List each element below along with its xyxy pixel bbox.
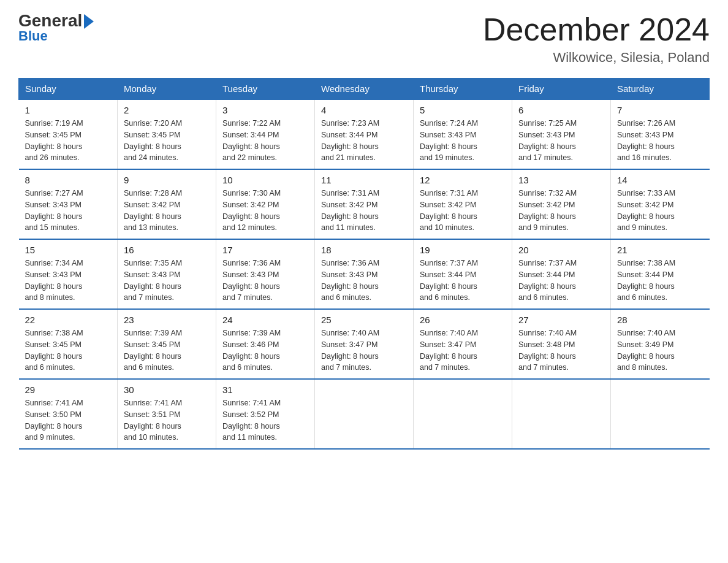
day-info: Sunrise: 7:23 AMSunset: 3:44 PMDaylight:…	[321, 118, 407, 164]
day-number: 11	[321, 175, 407, 185]
day-number: 28	[617, 315, 703, 325]
day-number: 26	[420, 315, 506, 325]
calendar-cell	[611, 379, 710, 449]
day-info: Sunrise: 7:24 AMSunset: 3:43 PMDaylight:…	[420, 118, 506, 164]
day-number: 10	[222, 175, 308, 185]
day-number: 25	[321, 315, 407, 325]
day-info: Sunrise: 7:35 AMSunset: 3:43 PMDaylight:…	[124, 258, 210, 304]
calendar-cell	[414, 379, 512, 449]
day-number: 23	[124, 315, 210, 325]
col-thursday: Thursday	[414, 79, 512, 100]
calendar-cell: 13Sunrise: 7:32 AMSunset: 3:42 PMDayligh…	[512, 169, 611, 239]
calendar-cell: 25Sunrise: 7:40 AMSunset: 3:47 PMDayligh…	[315, 309, 414, 379]
calendar-header-row: Sunday Monday Tuesday Wednesday Thursday…	[19, 79, 710, 100]
day-number: 13	[518, 175, 604, 185]
calendar-week-row: 15Sunrise: 7:34 AMSunset: 3:43 PMDayligh…	[19, 239, 710, 309]
day-info: Sunrise: 7:38 AMSunset: 3:45 PMDaylight:…	[25, 327, 112, 373]
day-info: Sunrise: 7:40 AMSunset: 3:47 PMDaylight:…	[420, 327, 506, 373]
calendar-cell: 30Sunrise: 7:41 AMSunset: 3:51 PMDayligh…	[118, 379, 216, 449]
calendar-cell: 23Sunrise: 7:39 AMSunset: 3:45 PMDayligh…	[118, 309, 216, 379]
day-info: Sunrise: 7:36 AMSunset: 3:43 PMDaylight:…	[222, 258, 308, 304]
calendar-cell: 20Sunrise: 7:37 AMSunset: 3:44 PMDayligh…	[512, 239, 611, 309]
day-info: Sunrise: 7:19 AMSunset: 3:45 PMDaylight:…	[25, 118, 112, 164]
day-info: Sunrise: 7:28 AMSunset: 3:42 PMDaylight:…	[124, 188, 210, 234]
day-info: Sunrise: 7:34 AMSunset: 3:43 PMDaylight:…	[25, 258, 112, 304]
calendar-cell: 7Sunrise: 7:26 AMSunset: 3:43 PMDaylight…	[611, 99, 710, 169]
day-number: 6	[518, 105, 604, 115]
day-number: 4	[321, 105, 407, 115]
calendar-cell: 14Sunrise: 7:33 AMSunset: 3:42 PMDayligh…	[611, 169, 710, 239]
col-saturday: Saturday	[611, 79, 710, 100]
day-info: Sunrise: 7:39 AMSunset: 3:46 PMDaylight:…	[222, 327, 308, 373]
calendar-cell: 29Sunrise: 7:41 AMSunset: 3:50 PMDayligh…	[19, 379, 118, 449]
calendar-cell: 22Sunrise: 7:38 AMSunset: 3:45 PMDayligh…	[19, 309, 118, 379]
calendar-cell	[512, 379, 611, 449]
logo-blue: Blue	[18, 28, 48, 44]
day-number: 9	[124, 175, 210, 185]
day-info: Sunrise: 7:20 AMSunset: 3:45 PMDaylight:…	[124, 118, 210, 164]
day-number: 17	[222, 245, 308, 255]
day-info: Sunrise: 7:36 AMSunset: 3:43 PMDaylight:…	[321, 258, 407, 304]
month-year-title: December 2024	[483, 12, 710, 47]
day-info: Sunrise: 7:31 AMSunset: 3:42 PMDaylight:…	[420, 188, 506, 234]
calendar-cell: 6Sunrise: 7:25 AMSunset: 3:43 PMDaylight…	[512, 99, 611, 169]
day-info: Sunrise: 7:40 AMSunset: 3:49 PMDaylight:…	[617, 327, 703, 373]
calendar-cell: 16Sunrise: 7:35 AMSunset: 3:43 PMDayligh…	[118, 239, 216, 309]
day-number: 30	[124, 385, 210, 395]
col-wednesday: Wednesday	[315, 79, 414, 100]
day-number: 5	[420, 105, 506, 115]
calendar-cell: 4Sunrise: 7:23 AMSunset: 3:44 PMDaylight…	[315, 99, 414, 169]
calendar-cell: 12Sunrise: 7:31 AMSunset: 3:42 PMDayligh…	[414, 169, 512, 239]
calendar-cell: 19Sunrise: 7:37 AMSunset: 3:44 PMDayligh…	[414, 239, 512, 309]
day-number: 20	[518, 245, 604, 255]
day-info: Sunrise: 7:25 AMSunset: 3:43 PMDaylight:…	[518, 118, 604, 164]
day-number: 29	[25, 385, 112, 395]
calendar-cell: 15Sunrise: 7:34 AMSunset: 3:43 PMDayligh…	[19, 239, 118, 309]
calendar-cell: 10Sunrise: 7:30 AMSunset: 3:42 PMDayligh…	[216, 169, 315, 239]
calendar-cell: 1Sunrise: 7:19 AMSunset: 3:45 PMDaylight…	[19, 99, 118, 169]
logo-general: General	[18, 12, 94, 29]
calendar-table: Sunday Monday Tuesday Wednesday Thursday…	[18, 78, 710, 450]
day-info: Sunrise: 7:22 AMSunset: 3:44 PMDaylight:…	[222, 118, 308, 164]
day-info: Sunrise: 7:40 AMSunset: 3:48 PMDaylight:…	[518, 327, 604, 373]
day-number: 1	[25, 105, 112, 115]
calendar-cell: 28Sunrise: 7:40 AMSunset: 3:49 PMDayligh…	[611, 309, 710, 379]
calendar-cell: 31Sunrise: 7:41 AMSunset: 3:52 PMDayligh…	[216, 379, 315, 449]
day-info: Sunrise: 7:39 AMSunset: 3:45 PMDaylight:…	[124, 327, 210, 373]
calendar-week-row: 1Sunrise: 7:19 AMSunset: 3:45 PMDaylight…	[19, 99, 710, 169]
day-number: 24	[222, 315, 308, 325]
calendar-cell: 21Sunrise: 7:38 AMSunset: 3:44 PMDayligh…	[611, 239, 710, 309]
day-info: Sunrise: 7:37 AMSunset: 3:44 PMDaylight:…	[420, 258, 506, 304]
day-info: Sunrise: 7:37 AMSunset: 3:44 PMDaylight:…	[518, 258, 604, 304]
day-info: Sunrise: 7:38 AMSunset: 3:44 PMDaylight:…	[617, 258, 703, 304]
calendar-cell: 26Sunrise: 7:40 AMSunset: 3:47 PMDayligh…	[414, 309, 512, 379]
day-number: 2	[124, 105, 210, 115]
col-tuesday: Tuesday	[216, 79, 315, 100]
day-number: 14	[617, 175, 703, 185]
calendar-cell: 9Sunrise: 7:28 AMSunset: 3:42 PMDaylight…	[118, 169, 216, 239]
logo: General Blue	[18, 12, 94, 44]
day-number: 31	[222, 385, 308, 395]
calendar-cell: 2Sunrise: 7:20 AMSunset: 3:45 PMDaylight…	[118, 99, 216, 169]
calendar-week-row: 22Sunrise: 7:38 AMSunset: 3:45 PMDayligh…	[19, 309, 710, 379]
day-info: Sunrise: 7:31 AMSunset: 3:42 PMDaylight:…	[321, 188, 407, 234]
logo-arrow-icon	[84, 14, 94, 29]
calendar-cell: 8Sunrise: 7:27 AMSunset: 3:43 PMDaylight…	[19, 169, 118, 239]
calendar-cell: 5Sunrise: 7:24 AMSunset: 3:43 PMDaylight…	[414, 99, 512, 169]
day-number: 19	[420, 245, 506, 255]
day-info: Sunrise: 7:41 AMSunset: 3:50 PMDaylight:…	[25, 397, 112, 443]
day-number: 27	[518, 315, 604, 325]
calendar-cell: 24Sunrise: 7:39 AMSunset: 3:46 PMDayligh…	[216, 309, 315, 379]
day-number: 18	[321, 245, 407, 255]
day-info: Sunrise: 7:33 AMSunset: 3:42 PMDaylight:…	[617, 188, 703, 234]
calendar-week-row: 8Sunrise: 7:27 AMSunset: 3:43 PMDaylight…	[19, 169, 710, 239]
day-number: 12	[420, 175, 506, 185]
day-info: Sunrise: 7:27 AMSunset: 3:43 PMDaylight:…	[25, 188, 112, 234]
day-info: Sunrise: 7:32 AMSunset: 3:42 PMDaylight:…	[518, 188, 604, 234]
calendar-cell: 18Sunrise: 7:36 AMSunset: 3:43 PMDayligh…	[315, 239, 414, 309]
day-info: Sunrise: 7:41 AMSunset: 3:52 PMDaylight:…	[222, 397, 308, 443]
title-block: December 2024 Wilkowice, Silesia, Poland	[483, 12, 710, 66]
calendar-cell	[315, 379, 414, 449]
col-monday: Monday	[118, 79, 216, 100]
day-number: 3	[222, 105, 308, 115]
